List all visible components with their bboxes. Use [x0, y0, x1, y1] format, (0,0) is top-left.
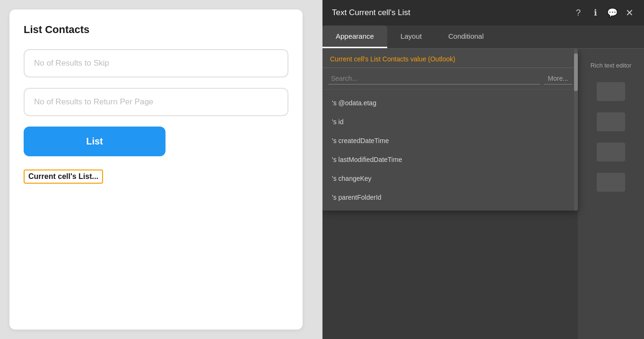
dropdown-item-2[interactable]: 's createdDateTime: [322, 131, 578, 150]
close-icon[interactable]: ✕: [624, 8, 635, 18]
tabs-row: Appearance Layout Conditional: [322, 25, 644, 49]
list-button[interactable]: List: [24, 127, 165, 156]
dropdown-search-input[interactable]: [328, 73, 540, 85]
help-icon[interactable]: ?: [573, 8, 583, 18]
tab-conditional[interactable]: Conditional: [435, 25, 497, 48]
dropdown-scrollbar-thumb: [574, 53, 578, 91]
panel-title: List Contacts: [24, 24, 288, 36]
panel-header: Text Current cell's List ? ℹ 💬 ✕: [322, 0, 644, 25]
panel-header-title: Text Current cell's List: [332, 8, 410, 17]
dropdown-search-row: More...: [322, 68, 578, 90]
current-cell-label[interactable]: Current cell's List...: [24, 170, 103, 184]
left-panel: List Contacts List Current cell's List..…: [9, 9, 303, 330]
return-input[interactable]: [24, 88, 288, 116]
tab-appearance[interactable]: Appearance: [322, 25, 387, 48]
right-panel: Text Current cell's List ? ℹ 💬 ✕ Appeara…: [322, 0, 644, 339]
placeholder-box-1: [597, 82, 625, 101]
content-right: Rich text editor: [578, 49, 644, 339]
header-icons: ? ℹ 💬 ✕: [573, 8, 635, 18]
placeholder-box-2: [597, 112, 625, 131]
dropdown-item-4[interactable]: 's changeKey: [322, 169, 578, 188]
dropdown-items: 's @odata.etag 's id 's createdDateTime …: [322, 90, 578, 211]
skip-input[interactable]: [24, 49, 288, 77]
dropdown-item-1[interactable]: 's id: [322, 112, 578, 131]
dropdown-item-0[interactable]: 's @odata.etag: [322, 93, 578, 112]
dropdown-item-5[interactable]: 's parentFolderId: [322, 188, 578, 207]
dropdown-scrollbar[interactable]: [574, 49, 578, 211]
dropdown-more-button[interactable]: More...: [544, 73, 572, 85]
comment-icon[interactable]: 💬: [607, 8, 618, 18]
placeholder-box-4: [597, 173, 625, 192]
tab-layout[interactable]: Layout: [387, 25, 435, 48]
rich-text-label: Rich text editor: [583, 58, 639, 73]
panel-content: D R T Rich text editor Current cell's Li…: [322, 49, 644, 339]
dropdown-header: Current cell's List Contacts value (Outl…: [322, 49, 578, 68]
placeholder-box-3: [597, 143, 625, 161]
dropdown-item-3[interactable]: 's lastModifiedDateTime: [322, 150, 578, 169]
info-icon[interactable]: ℹ: [590, 8, 600, 18]
dropdown-overlay: Current cell's List Contacts value (Outl…: [322, 49, 578, 211]
